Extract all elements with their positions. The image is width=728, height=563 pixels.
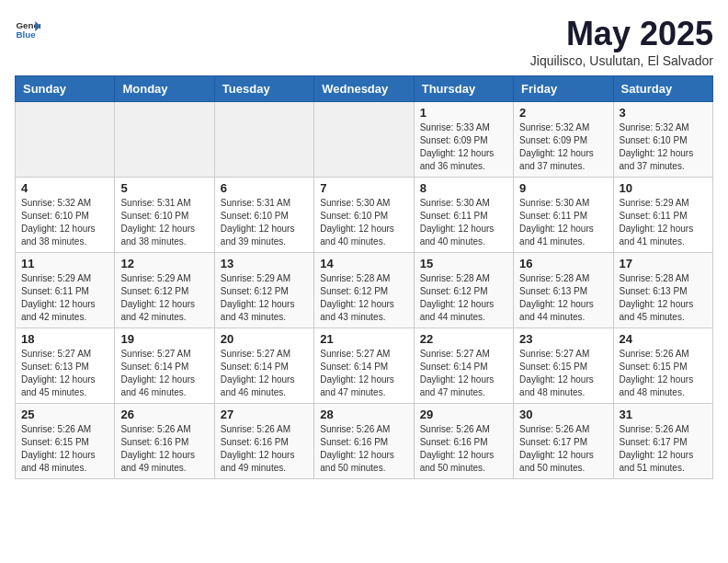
day-number: 1 <box>420 106 507 120</box>
calendar-cell: 25Sunrise: 5:26 AM Sunset: 6:15 PM Dayli… <box>16 404 115 479</box>
header: General Blue May 2025 Jiquilisco, Usulut… <box>15 15 713 68</box>
calendar-cell: 10Sunrise: 5:29 AM Sunset: 6:11 PM Dayli… <box>613 178 712 253</box>
day-number: 8 <box>420 181 507 195</box>
week-row-1: 1Sunrise: 5:33 AM Sunset: 6:09 PM Daylig… <box>16 102 713 178</box>
day-info: Sunrise: 5:27 AM Sunset: 6:14 PM Dayligh… <box>420 348 507 399</box>
calendar-cell <box>214 102 313 178</box>
day-info: Sunrise: 5:30 AM Sunset: 6:11 PM Dayligh… <box>420 197 507 248</box>
weekday-header-row: SundayMondayTuesdayWednesdayThursdayFrid… <box>16 76 713 102</box>
day-info: Sunrise: 5:29 AM Sunset: 6:12 PM Dayligh… <box>221 272 308 324</box>
day-number: 4 <box>21 181 108 195</box>
day-number: 11 <box>21 257 108 270</box>
calendar-cell: 6Sunrise: 5:31 AM Sunset: 6:10 PM Daylig… <box>214 178 313 253</box>
calendar-cell: 16Sunrise: 5:28 AM Sunset: 6:13 PM Dayli… <box>514 253 613 328</box>
weekday-header-sunday: Sunday <box>16 76 115 102</box>
calendar-cell: 15Sunrise: 5:28 AM Sunset: 6:12 PM Dayli… <box>414 253 513 328</box>
calendar-cell: 21Sunrise: 5:27 AM Sunset: 6:14 PM Dayli… <box>314 328 414 404</box>
day-number: 9 <box>519 181 607 195</box>
day-number: 17 <box>620 257 707 270</box>
day-number: 29 <box>420 408 507 421</box>
day-info: Sunrise: 5:31 AM Sunset: 6:10 PM Dayligh… <box>221 197 308 248</box>
day-info: Sunrise: 5:26 AM Sunset: 6:16 PM Dayligh… <box>320 423 407 475</box>
calendar-cell: 19Sunrise: 5:27 AM Sunset: 6:14 PM Dayli… <box>115 328 214 404</box>
calendar-cell: 1Sunrise: 5:33 AM Sunset: 6:09 PM Daylig… <box>414 102 513 178</box>
day-info: Sunrise: 5:27 AM Sunset: 6:14 PM Dayligh… <box>221 348 308 399</box>
day-number: 5 <box>120 181 208 195</box>
calendar-cell: 26Sunrise: 5:26 AM Sunset: 6:16 PM Dayli… <box>115 404 214 479</box>
calendar-cell: 30Sunrise: 5:26 AM Sunset: 6:17 PM Dayli… <box>514 404 613 479</box>
week-row-5: 25Sunrise: 5:26 AM Sunset: 6:15 PM Dayli… <box>16 404 713 479</box>
day-number: 2 <box>519 106 607 120</box>
calendar-subtitle: Jiquilisco, Usulutan, El Salvador <box>530 53 713 68</box>
day-number: 15 <box>420 257 507 270</box>
day-info: Sunrise: 5:27 AM Sunset: 6:14 PM Dayligh… <box>320 348 407 399</box>
day-info: Sunrise: 5:26 AM Sunset: 6:15 PM Dayligh… <box>620 348 707 399</box>
day-number: 7 <box>320 181 407 195</box>
calendar-cell: 29Sunrise: 5:26 AM Sunset: 6:16 PM Dayli… <box>414 404 513 479</box>
day-info: Sunrise: 5:32 AM Sunset: 6:10 PM Dayligh… <box>620 121 707 173</box>
weekday-header-monday: Monday <box>115 76 214 102</box>
weekday-header-tuesday: Tuesday <box>214 76 313 102</box>
day-number: 12 <box>120 257 208 270</box>
calendar-cell: 3Sunrise: 5:32 AM Sunset: 6:10 PM Daylig… <box>613 102 712 178</box>
day-info: Sunrise: 5:26 AM Sunset: 6:17 PM Dayligh… <box>620 423 707 475</box>
calendar-cell: 9Sunrise: 5:30 AM Sunset: 6:11 PM Daylig… <box>514 178 613 253</box>
week-row-3: 11Sunrise: 5:29 AM Sunset: 6:11 PM Dayli… <box>16 253 713 328</box>
svg-text:Blue: Blue <box>16 29 36 40</box>
day-number: 26 <box>120 408 208 421</box>
calendar-cell: 24Sunrise: 5:26 AM Sunset: 6:15 PM Dayli… <box>613 328 712 404</box>
title-area: May 2025 Jiquilisco, Usulutan, El Salvad… <box>530 15 713 68</box>
calendar-cell: 31Sunrise: 5:26 AM Sunset: 6:17 PM Dayli… <box>613 404 712 479</box>
calendar-table: SundayMondayTuesdayWednesdayThursdayFrid… <box>15 75 713 479</box>
day-info: Sunrise: 5:30 AM Sunset: 6:10 PM Dayligh… <box>320 197 407 248</box>
calendar-cell: 17Sunrise: 5:28 AM Sunset: 6:13 PM Dayli… <box>613 253 712 328</box>
calendar-cell: 20Sunrise: 5:27 AM Sunset: 6:14 PM Dayli… <box>214 328 313 404</box>
calendar-cell <box>314 102 414 178</box>
day-info: Sunrise: 5:28 AM Sunset: 6:12 PM Dayligh… <box>420 272 507 324</box>
day-info: Sunrise: 5:27 AM Sunset: 6:15 PM Dayligh… <box>519 348 607 399</box>
day-number: 16 <box>519 257 607 270</box>
weekday-header-wednesday: Wednesday <box>314 76 414 102</box>
calendar-cell: 4Sunrise: 5:32 AM Sunset: 6:10 PM Daylig… <box>16 178 115 253</box>
calendar-title: May 2025 <box>530 15 713 53</box>
calendar-cell: 7Sunrise: 5:30 AM Sunset: 6:10 PM Daylig… <box>314 178 414 253</box>
day-number: 25 <box>21 408 108 421</box>
day-info: Sunrise: 5:26 AM Sunset: 6:16 PM Dayligh… <box>120 423 208 475</box>
day-info: Sunrise: 5:26 AM Sunset: 6:15 PM Dayligh… <box>21 423 108 475</box>
calendar-cell: 12Sunrise: 5:29 AM Sunset: 6:12 PM Dayli… <box>115 253 214 328</box>
day-info: Sunrise: 5:28 AM Sunset: 6:13 PM Dayligh… <box>519 272 607 324</box>
calendar-cell: 28Sunrise: 5:26 AM Sunset: 6:16 PM Dayli… <box>314 404 414 479</box>
day-info: Sunrise: 5:26 AM Sunset: 6:17 PM Dayligh… <box>519 423 607 475</box>
day-number: 27 <box>221 408 308 421</box>
calendar-cell: 27Sunrise: 5:26 AM Sunset: 6:16 PM Dayli… <box>214 404 313 479</box>
calendar-cell <box>115 102 214 178</box>
day-info: Sunrise: 5:27 AM Sunset: 6:13 PM Dayligh… <box>21 348 108 399</box>
calendar-cell: 8Sunrise: 5:30 AM Sunset: 6:11 PM Daylig… <box>414 178 513 253</box>
calendar-cell: 22Sunrise: 5:27 AM Sunset: 6:14 PM Dayli… <box>414 328 513 404</box>
day-info: Sunrise: 5:30 AM Sunset: 6:11 PM Dayligh… <box>519 197 607 248</box>
day-info: Sunrise: 5:31 AM Sunset: 6:10 PM Dayligh… <box>120 197 208 248</box>
day-info: Sunrise: 5:26 AM Sunset: 6:16 PM Dayligh… <box>420 423 507 475</box>
day-number: 22 <box>420 332 507 346</box>
day-number: 18 <box>21 332 108 346</box>
calendar-cell: 2Sunrise: 5:32 AM Sunset: 6:09 PM Daylig… <box>514 102 613 178</box>
day-info: Sunrise: 5:32 AM Sunset: 6:09 PM Dayligh… <box>519 121 607 173</box>
day-number: 28 <box>320 408 407 421</box>
day-number: 19 <box>120 332 208 346</box>
day-info: Sunrise: 5:28 AM Sunset: 6:12 PM Dayligh… <box>320 272 407 324</box>
logo: General Blue <box>15 15 40 40</box>
weekday-header-saturday: Saturday <box>613 76 712 102</box>
day-number: 13 <box>221 257 308 270</box>
day-number: 6 <box>221 181 308 195</box>
calendar-cell: 23Sunrise: 5:27 AM Sunset: 6:15 PM Dayli… <box>514 328 613 404</box>
day-number: 23 <box>519 332 607 346</box>
day-info: Sunrise: 5:29 AM Sunset: 6:12 PM Dayligh… <box>120 272 208 324</box>
day-info: Sunrise: 5:29 AM Sunset: 6:11 PM Dayligh… <box>21 272 108 324</box>
day-info: Sunrise: 5:29 AM Sunset: 6:11 PM Dayligh… <box>620 197 707 248</box>
day-number: 30 <box>519 408 607 421</box>
day-number: 21 <box>320 332 407 346</box>
week-row-4: 18Sunrise: 5:27 AM Sunset: 6:13 PM Dayli… <box>16 328 713 404</box>
weekday-header-thursday: Thursday <box>414 76 513 102</box>
calendar-cell: 11Sunrise: 5:29 AM Sunset: 6:11 PM Dayli… <box>16 253 115 328</box>
day-info: Sunrise: 5:27 AM Sunset: 6:14 PM Dayligh… <box>120 348 208 399</box>
